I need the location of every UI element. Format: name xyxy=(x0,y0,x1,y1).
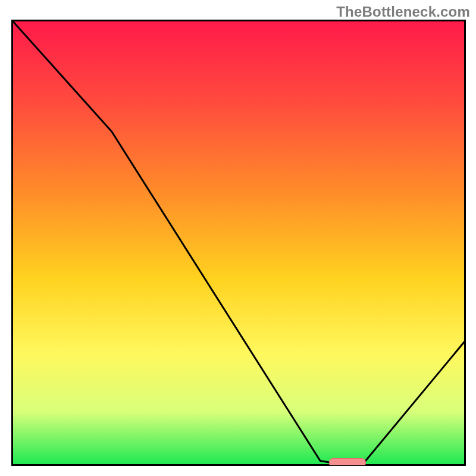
plot-background xyxy=(12,20,465,465)
bottleneck-chart xyxy=(0,0,476,476)
